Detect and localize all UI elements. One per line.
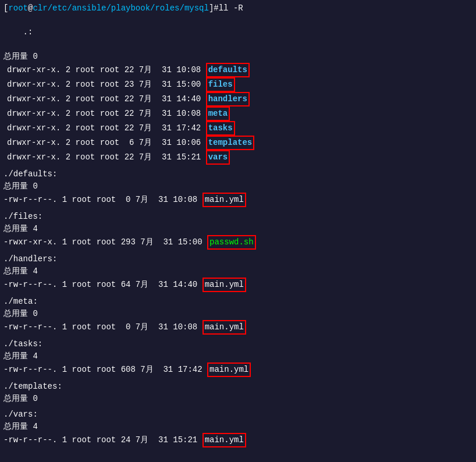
perm: drwxr-xr-x. 2 root root 22 7月 31 10:08 [7, 64, 206, 76]
prompt-hash: # [214, 3, 218, 13]
prompt-path: /etc/ansible/playbook/roles/mysql [48, 3, 209, 13]
bracket-open: [ [3, 3, 8, 13]
files-header: ./files: [0, 211, 476, 223]
defaults-total: 总用量 0 [0, 180, 476, 193]
templates-header: ./templates: [0, 381, 476, 393]
file-name-tasks-main: main.yml [207, 363, 251, 377]
templates-total: 总用量 0 [0, 393, 476, 405]
prompt-line: [root@clr /etc/ansible/playbook/roles/my… [0, 2, 476, 14]
prompt-at: @ [28, 3, 33, 13]
dir-name-files: files [206, 77, 235, 92]
perm: -rw-r--r--. 1 root root 64 7月 31 14:40 [3, 279, 203, 291]
handlers-header: ./handlers: [0, 253, 476, 265]
root-total: 总用量 0 [0, 51, 476, 63]
file-name-handlers-main: main.yml [203, 278, 246, 292]
dir-name-templates: templates [206, 136, 255, 150]
tasks-header: ./tasks: [0, 338, 476, 350]
file-name-passwd-sh: passwd.sh [207, 235, 256, 250]
root-label: .: [0, 14, 476, 51]
dir-entry-handlers: drwxr-xr-x. 2 root root 22 7月 31 14:40 h… [3, 92, 473, 106]
bracket-close: ] [209, 3, 214, 13]
perm: -rw-r--r--. 1 root root 0 7月 31 10:08 [3, 321, 203, 333]
file-name-meta-main: main.yml [203, 320, 246, 335]
perm: -rwxr-xr-x. 1 root root 293 7月 31 15:00 [3, 236, 207, 248]
dir-entry-files: drwxr-xr-x. 2 root root 23 7月 31 15:00 f… [3, 77, 473, 92]
meta-total: 总用量 0 [0, 308, 476, 320]
vars-main-yml: -rw-r--r--. 1 root root 24 7月 31 15:21 m… [0, 433, 476, 447]
root-dot: .: [23, 27, 33, 37]
file-name-defaults-main: main.yml [203, 193, 246, 207]
terminal: [root@clr /etc/ansible/playbook/roles/my… [0, 0, 476, 462]
files-total: 总用量 4 [0, 223, 476, 235]
perm: drwxr-xr-x. 2 root root 22 7月 31 15:21 [7, 151, 206, 164]
meta-header: ./meta: [0, 296, 476, 308]
prompt-cmd: ll -R [219, 3, 243, 13]
vars-total: 总用量 4 [0, 421, 476, 433]
perm: -rw-r--r--. 1 root root 24 7月 31 15:21 [3, 434, 203, 446]
perm: -rw-r--r--. 1 root root 608 7月 31 17:42 [3, 364, 207, 376]
dir-entry-defaults: drwxr-xr-x. 2 root root 22 7月 31 10:08 d… [3, 63, 473, 77]
prompt-user: root [8, 3, 28, 13]
dir-entry-templates: drwxr-xr-x. 2 root root 6 7月 31 10:06 te… [3, 136, 473, 150]
dir-entry-tasks: drwxr-xr-x. 2 root root 22 7月 31 17:42 t… [3, 121, 473, 136]
dir-entry-meta: drwxr-xr-x. 2 root root 22 7月 31 10:08 m… [3, 106, 473, 121]
tasks-main-yml: -rw-r--r--. 1 root root 608 7月 31 17:42 … [0, 363, 476, 377]
dir-name-meta: meta [206, 106, 230, 121]
dir-entry-vars: drwxr-xr-x. 2 root root 22 7月 31 15:21 v… [3, 150, 473, 165]
dir-name-tasks: tasks [206, 121, 235, 136]
perm: drwxr-xr-x. 2 root root 6 7月 31 10:06 [7, 137, 206, 149]
perm: -rw-r--r--. 1 root root 0 7月 31 10:08 [3, 194, 203, 206]
perm: drwxr-xr-x. 2 root root 22 7月 31 17:42 [7, 122, 206, 134]
dir-name-handlers: handlers [206, 92, 250, 106]
tasks-total: 总用量 4 [0, 350, 476, 363]
perm: drwxr-xr-x. 2 root root 23 7月 31 15:00 [7, 79, 206, 91]
handlers-total: 总用量 4 [0, 265, 476, 278]
meta-main-yml: -rw-r--r--. 1 root root 0 7月 31 10:08 ma… [0, 320, 476, 335]
defaults-main-yml: -rw-r--r--. 1 root root 0 7月 31 10:08 ma… [0, 193, 476, 207]
perm: drwxr-xr-x. 2 root root 22 7月 31 14:40 [7, 93, 206, 105]
dir-name-defaults: defaults [206, 63, 250, 77]
prompt-host: clr [33, 3, 47, 13]
defaults-header: ./defaults: [0, 168, 476, 180]
vars-header: ./vars: [0, 408, 476, 421]
files-passwd-sh: -rwxr-xr-x. 1 root root 293 7月 31 15:00 … [0, 235, 476, 250]
dir-name-vars: vars [206, 150, 230, 165]
handlers-main-yml: -rw-r--r--. 1 root root 64 7月 31 14:40 m… [0, 278, 476, 292]
file-name-vars-main: main.yml [203, 433, 246, 447]
perm: drwxr-xr-x. 2 root root 22 7月 31 10:08 [7, 108, 206, 120]
